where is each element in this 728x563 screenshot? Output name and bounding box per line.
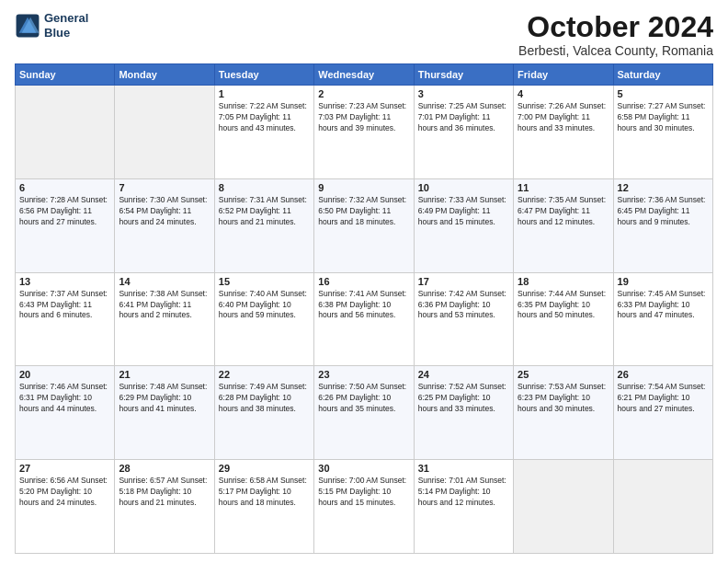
col-thursday: Thursday — [414, 64, 513, 86]
table-row: 28Sunrise: 6:57 AM Sunset: 5:18 PM Dayli… — [115, 460, 214, 554]
day-info: Sunrise: 7:35 AM Sunset: 6:47 PM Dayligh… — [518, 195, 609, 228]
day-info: Sunrise: 7:00 AM Sunset: 5:15 PM Dayligh… — [318, 476, 409, 509]
day-info: Sunrise: 7:01 AM Sunset: 5:14 PM Dayligh… — [418, 476, 509, 509]
day-info: Sunrise: 7:44 AM Sunset: 6:35 PM Dayligh… — [518, 289, 609, 322]
col-sunday: Sunday — [16, 64, 115, 86]
day-info: Sunrise: 7:33 AM Sunset: 6:49 PM Dayligh… — [418, 195, 509, 228]
day-info: Sunrise: 7:49 AM Sunset: 6:28 PM Dayligh… — [219, 382, 310, 415]
day-number: 13 — [19, 276, 110, 287]
table-row: 14Sunrise: 7:38 AM Sunset: 6:41 PM Dayli… — [115, 272, 214, 366]
table-row: 1Sunrise: 7:22 AM Sunset: 7:05 PM Daylig… — [214, 86, 313, 179]
calendar-week-4: 20Sunrise: 7:46 AM Sunset: 6:31 PM Dayli… — [16, 366, 713, 460]
day-number: 24 — [418, 369, 509, 380]
table-row: 9Sunrise: 7:32 AM Sunset: 6:50 PM Daylig… — [314, 178, 414, 272]
day-number: 26 — [618, 369, 709, 380]
day-info: Sunrise: 7:45 AM Sunset: 6:33 PM Dayligh… — [618, 289, 709, 322]
page: General Blue October 2024 Berbesti, Valc… — [0, 0, 728, 563]
calendar-week-1: 1Sunrise: 7:22 AM Sunset: 7:05 PM Daylig… — [16, 86, 713, 179]
day-info: Sunrise: 7:28 AM Sunset: 6:56 PM Dayligh… — [19, 195, 110, 228]
day-number: 16 — [318, 276, 409, 287]
table-row: 31Sunrise: 7:01 AM Sunset: 5:14 PM Dayli… — [414, 460, 513, 554]
col-wednesday: Wednesday — [314, 64, 414, 86]
day-info: Sunrise: 7:26 AM Sunset: 7:00 PM Dayligh… — [518, 101, 609, 134]
table-row — [514, 460, 613, 554]
day-info: Sunrise: 7:50 AM Sunset: 6:26 PM Dayligh… — [318, 382, 409, 415]
day-number: 5 — [618, 88, 709, 99]
table-row: 25Sunrise: 7:53 AM Sunset: 6:23 PM Dayli… — [514, 366, 613, 460]
day-info: Sunrise: 7:42 AM Sunset: 6:36 PM Dayligh… — [418, 289, 509, 322]
day-number: 4 — [518, 88, 609, 99]
table-row: 2Sunrise: 7:23 AM Sunset: 7:03 PM Daylig… — [314, 86, 414, 179]
table-row: 12Sunrise: 7:36 AM Sunset: 6:45 PM Dayli… — [613, 178, 712, 272]
day-number: 20 — [19, 369, 110, 380]
table-row: 17Sunrise: 7:42 AM Sunset: 6:36 PM Dayli… — [414, 272, 513, 366]
day-info: Sunrise: 7:53 AM Sunset: 6:23 PM Dayligh… — [518, 382, 609, 415]
day-number: 2 — [318, 88, 409, 99]
table-row: 5Sunrise: 7:27 AM Sunset: 6:58 PM Daylig… — [613, 86, 712, 179]
logo-text: General Blue — [44, 11, 88, 40]
table-row: 23Sunrise: 7:50 AM Sunset: 6:26 PM Dayli… — [314, 366, 414, 460]
table-row: 19Sunrise: 7:45 AM Sunset: 6:33 PM Dayli… — [613, 272, 712, 366]
table-row — [613, 460, 712, 554]
table-row: 24Sunrise: 7:52 AM Sunset: 6:25 PM Dayli… — [414, 366, 513, 460]
day-info: Sunrise: 7:41 AM Sunset: 6:38 PM Dayligh… — [318, 289, 409, 322]
day-number: 22 — [219, 369, 310, 380]
table-row: 26Sunrise: 7:54 AM Sunset: 6:21 PM Dayli… — [613, 366, 712, 460]
table-row: 7Sunrise: 7:30 AM Sunset: 6:54 PM Daylig… — [115, 178, 214, 272]
table-row — [115, 86, 214, 179]
day-info: Sunrise: 6:56 AM Sunset: 5:20 PM Dayligh… — [19, 476, 110, 509]
day-number: 14 — [119, 276, 210, 287]
day-info: Sunrise: 7:25 AM Sunset: 7:01 PM Dayligh… — [418, 101, 509, 134]
table-row: 13Sunrise: 7:37 AM Sunset: 6:43 PM Dayli… — [16, 272, 115, 366]
day-number: 10 — [418, 182, 509, 193]
day-number: 7 — [119, 182, 210, 193]
day-number: 30 — [318, 463, 409, 474]
day-number: 31 — [418, 463, 509, 474]
day-number: 11 — [518, 182, 609, 193]
day-info: Sunrise: 6:58 AM Sunset: 5:17 PM Dayligh… — [219, 476, 310, 509]
calendar-week-3: 13Sunrise: 7:37 AM Sunset: 6:43 PM Dayli… — [16, 272, 713, 366]
title-area: October 2024 Berbesti, Valcea County, Ro… — [518, 11, 713, 58]
logo-icon — [15, 13, 40, 39]
day-number: 18 — [518, 276, 609, 287]
day-info: Sunrise: 7:32 AM Sunset: 6:50 PM Dayligh… — [318, 195, 409, 228]
day-number: 15 — [219, 276, 310, 287]
day-number: 3 — [418, 88, 509, 99]
calendar-week-5: 27Sunrise: 6:56 AM Sunset: 5:20 PM Dayli… — [16, 460, 713, 554]
day-info: Sunrise: 7:22 AM Sunset: 7:05 PM Dayligh… — [219, 101, 310, 134]
header-row: Sunday Monday Tuesday Wednesday Thursday… — [16, 64, 713, 86]
day-info: Sunrise: 6:57 AM Sunset: 5:18 PM Dayligh… — [119, 476, 210, 509]
table-row: 8Sunrise: 7:31 AM Sunset: 6:52 PM Daylig… — [214, 178, 313, 272]
logo: General Blue — [15, 11, 88, 40]
subtitle: Berbesti, Valcea County, Romania — [518, 43, 713, 58]
day-number: 27 — [19, 463, 110, 474]
day-info: Sunrise: 7:36 AM Sunset: 6:45 PM Dayligh… — [618, 195, 709, 228]
day-info: Sunrise: 7:52 AM Sunset: 6:25 PM Dayligh… — [418, 382, 509, 415]
day-number: 8 — [219, 182, 310, 193]
day-info: Sunrise: 7:37 AM Sunset: 6:43 PM Dayligh… — [19, 289, 110, 322]
main-title: October 2024 — [518, 11, 713, 43]
calendar-table: Sunday Monday Tuesday Wednesday Thursday… — [15, 63, 713, 554]
table-row: 15Sunrise: 7:40 AM Sunset: 6:40 PM Dayli… — [214, 272, 313, 366]
table-row: 21Sunrise: 7:48 AM Sunset: 6:29 PM Dayli… — [115, 366, 214, 460]
table-row: 30Sunrise: 7:00 AM Sunset: 5:15 PM Dayli… — [314, 460, 414, 554]
day-number: 25 — [518, 369, 609, 380]
day-number: 19 — [618, 276, 709, 287]
day-number: 29 — [219, 463, 310, 474]
day-info: Sunrise: 7:30 AM Sunset: 6:54 PM Dayligh… — [119, 195, 210, 228]
col-monday: Monday — [115, 64, 214, 86]
col-tuesday: Tuesday — [214, 64, 313, 86]
table-row: 18Sunrise: 7:44 AM Sunset: 6:35 PM Dayli… — [514, 272, 613, 366]
table-row: 27Sunrise: 6:56 AM Sunset: 5:20 PM Dayli… — [16, 460, 115, 554]
day-number: 21 — [119, 369, 210, 380]
calendar-week-2: 6Sunrise: 7:28 AM Sunset: 6:56 PM Daylig… — [16, 178, 713, 272]
day-info: Sunrise: 7:46 AM Sunset: 6:31 PM Dayligh… — [19, 382, 110, 415]
day-info: Sunrise: 7:54 AM Sunset: 6:21 PM Dayligh… — [618, 382, 709, 415]
header: General Blue October 2024 Berbesti, Valc… — [15, 11, 713, 58]
day-info: Sunrise: 7:31 AM Sunset: 6:52 PM Dayligh… — [219, 195, 310, 228]
day-number: 6 — [19, 182, 110, 193]
table-row: 3Sunrise: 7:25 AM Sunset: 7:01 PM Daylig… — [414, 86, 513, 179]
day-info: Sunrise: 7:40 AM Sunset: 6:40 PM Dayligh… — [219, 289, 310, 322]
day-info: Sunrise: 7:23 AM Sunset: 7:03 PM Dayligh… — [318, 101, 409, 134]
table-row: 4Sunrise: 7:26 AM Sunset: 7:00 PM Daylig… — [514, 86, 613, 179]
